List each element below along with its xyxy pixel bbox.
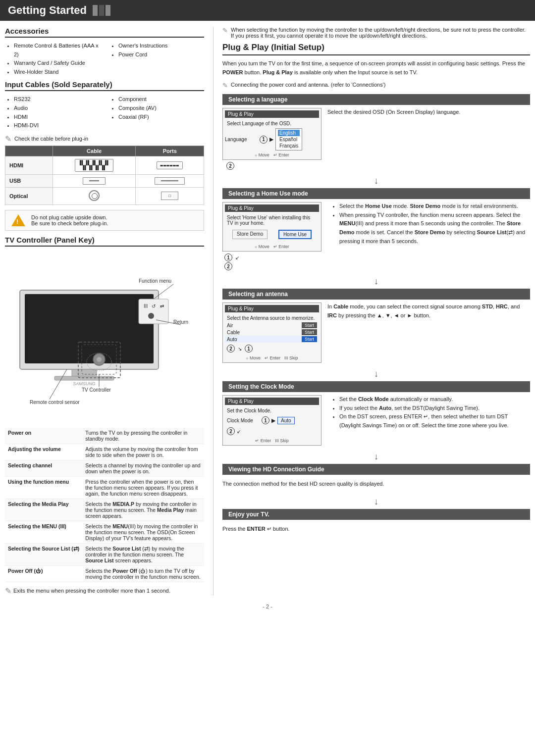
header-decoration: [93, 5, 110, 16]
step-antenna-desc: In Cable mode, you can select the correc…: [327, 302, 530, 320]
antenna-row-auto: Auto Start: [225, 336, 319, 343]
table-row: Selecting channel Selects a channel by m…: [5, 460, 204, 476]
svg-point-9: [148, 313, 154, 319]
pnp-screen-clock: Plug & Play Set the Clock Mode. Clock Mo…: [222, 395, 321, 446]
svg-text:TV Controller: TV Controller: [82, 387, 111, 393]
function-key: Selecting channel: [5, 460, 82, 476]
pnp-title-language: Plug & Play: [225, 110, 319, 118]
pnp-home-options: Store Demo Home Use: [225, 227, 319, 242]
step-home-content: Plug & Play Select 'Home Use' when insta…: [222, 202, 530, 270]
step-clock-content: Plug & Play Set the Clock Mode. Clock Mo…: [222, 395, 530, 446]
list-item: Coaxial (RF): [118, 113, 204, 122]
step-enjoy-desc: Press the ENTER ↵ button.: [222, 523, 530, 536]
home-desc-item-1: Select the Home Use mode. Store Demo mod…: [339, 202, 530, 211]
warning-line1: Do not plug cable upside down.: [31, 214, 108, 220]
list-item: Power Cord: [118, 50, 204, 59]
nav-skip-clock: III Skip: [275, 438, 289, 443]
pnp-arrow-clock: ▶: [271, 418, 275, 423]
col-header-cable: Cable: [53, 146, 136, 156]
clock-desc-1: Set the Clock Mode automatically or manu…: [339, 395, 530, 404]
step-clock-desc: Set the Clock Mode automatically or manu…: [327, 395, 530, 430]
plug-play-title: Plug & Play (Initial Setup): [222, 43, 530, 55]
pnp-prompt-antenna: Select the Antenna source to memorize.: [225, 314, 319, 322]
table-row: HDMI ▐▌▐▌▐▌▐▌▐▌▐▌▐▌▐▌▐▌ ▬▬▬▬▬▬: [5, 156, 204, 174]
list-item: RS232: [14, 95, 100, 104]
pnp-arrow: ▶: [269, 137, 273, 142]
exits-note: ✎ Exits the menu when pressing the contr…: [5, 586, 204, 596]
pnp-nav-clock: ↵ Enter III Skip: [225, 438, 319, 443]
function-key: Selecting the MENU (III): [5, 521, 82, 543]
bar-2: [99, 5, 104, 16]
warning-line2: Be sure to check before plug-in.: [31, 220, 108, 226]
warning-text: Do not plug cable upside down. Be sure t…: [31, 214, 108, 226]
antenna-cable-label: Cable: [227, 330, 240, 335]
step-language-desc-text: Select the desired OSD (On Screen Displa…: [327, 109, 460, 115]
nav-move-ant: ⬦ Move: [246, 355, 261, 360]
svg-text:Remote control sensor: Remote control sensor: [30, 400, 80, 405]
tv-controller-section: TV Controller (Panel Key) SAMSUNG III: [5, 236, 204, 596]
step-enjoy-header: Enjoy your TV.: [222, 509, 530, 520]
pnp-nav-antenna: ⬦ Move ↵ Enter III Skip: [225, 355, 319, 360]
option-francais: Français: [278, 143, 300, 149]
hdmi-cable-img: ▐▌▐▌▐▌▐▌▐▌▐▌▐▌▐▌▐▌: [53, 156, 136, 174]
main-layout: Accessories Remote Control & Batteries (…: [0, 27, 535, 596]
function-desc: Selects the MENU(III) by moving the cont…: [82, 521, 204, 543]
optical-port-img: □: [136, 187, 204, 204]
table-row: Power on Turns the TV on by pressing the…: [5, 428, 204, 444]
accessories-list-1: Remote Control & Batteries (AAA x 2) War…: [5, 42, 100, 76]
step-language: Selecting a language Plug & Play Select …: [222, 94, 530, 170]
table-row: Using the function menu Press the contro…: [5, 476, 204, 499]
hdmi-port-connector: ▬▬▬▬▬▬: [157, 161, 183, 169]
table-row: Adjusting the volume Adjusts the volume …: [5, 444, 204, 460]
svg-text:SAMSUNG: SAMSUNG: [73, 381, 96, 386]
step-language-header: Selecting a language: [222, 94, 530, 105]
nav-enter: ↵ Enter: [273, 152, 289, 157]
pnp-prompt-home: Select 'Home Use' when installing this T…: [225, 214, 319, 227]
connecting-note-text: Connecting the power cord and antenna. (…: [231, 82, 385, 88]
table-row: Optical □: [5, 187, 204, 204]
clock-arrow: ↙: [237, 429, 241, 434]
nav-move-home: ⬦ Move: [255, 244, 269, 249]
row-label-optical: Optical: [5, 187, 53, 204]
optical-port-connector: □: [161, 192, 178, 200]
antenna-auto-label: Auto: [227, 337, 237, 342]
bar-3: [106, 5, 110, 16]
option-store-demo: Store Demo: [232, 230, 268, 239]
input-cables-title: Input Cables (Sold Separately): [5, 80, 204, 91]
function-desc: Selects the Power Off (⏻) to turn the TV…: [82, 565, 204, 582]
usb-port-img: ━━━━━━━: [136, 174, 204, 187]
svg-text:↺: ↺: [152, 303, 156, 309]
clock-desc-list: Set the Clock Mode automatically or manu…: [333, 395, 530, 430]
function-desc: Selects the Source List (⇄) by moving th…: [82, 543, 204, 565]
warning-icon: [11, 214, 25, 226]
nav-enter-home: ↵ Enter: [273, 244, 289, 249]
accessories-section: Accessories Remote Control & Batteries (…: [5, 27, 204, 76]
step-hd: Viewing the HD Connection Guide The conn…: [222, 464, 530, 491]
function-key: Power Off (⏻): [5, 565, 82, 582]
page-title: Getting Started: [8, 4, 87, 17]
pnp-title-antenna: Plug & Play: [225, 305, 319, 312]
step-num-ant-1: 1: [245, 345, 253, 353]
hdmi-cable-connector: ▐▌▐▌▐▌▐▌▐▌▐▌▐▌▐▌▐▌: [75, 159, 113, 172]
function-desc: Selects the MEDIA.P by moving the contro…: [82, 499, 204, 521]
clock-desc-3: On the DST screen, press ENTER ↵, then s…: [339, 412, 530, 430]
pnp-field-label: Language: [225, 137, 260, 142]
list-item: HDMI: [14, 113, 100, 122]
pnp-screen-antenna: Plug & Play Select the Antenna source to…: [222, 302, 321, 363]
function-desc: Adjusts the volume by moving the control…: [82, 444, 204, 460]
home-desc-list: Select the Home Use mode. Store Demo mod…: [333, 202, 530, 246]
step-clock-header: Setting the Clock Mode: [222, 381, 530, 392]
pnp-nav-language: ⬦ Move ↵ Enter: [225, 152, 319, 157]
cable-table: Cable Ports HDMI ▐▌▐▌▐▌▐▌▐▌▐▌▐▌▐▌▐▌ ▬▬▬▬…: [5, 146, 204, 205]
usb-cable-img: ━━━━: [53, 174, 136, 187]
svg-line-19: [50, 369, 67, 399]
list-item: Composite (AV): [118, 104, 204, 113]
option-espanol: Español: [278, 136, 300, 143]
arrow-down-5: ↓: [222, 497, 530, 507]
antenna-row-air: Air Start: [225, 322, 319, 329]
step-antenna: Selecting an antenna Plug & Play Select …: [222, 289, 530, 363]
hdmi-port-img: ▬▬▬▬▬▬: [136, 156, 204, 174]
svg-rect-5: [139, 299, 168, 324]
function-key: Using the function menu: [5, 476, 82, 499]
clock-field-label: Clock Mode: [227, 418, 262, 423]
